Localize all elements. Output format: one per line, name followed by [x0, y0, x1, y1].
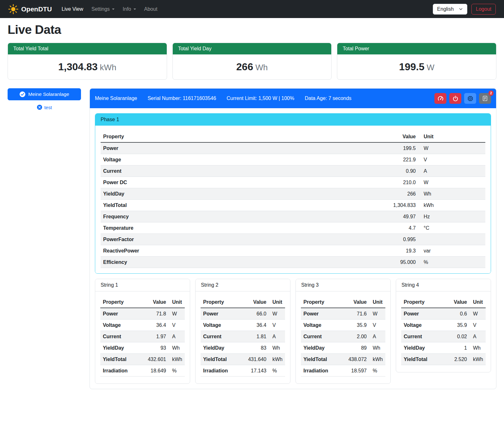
value-cell: 431.640 [239, 354, 269, 365]
unit-cell: kWh [169, 354, 185, 365]
property-cell: Efficiency [101, 257, 291, 268]
string-title: String 3 [296, 279, 390, 291]
inverter-sidebar: Meine Solaranlage test [8, 88, 81, 110]
nav-info[interactable]: Info [119, 4, 140, 15]
property-cell: Power [201, 308, 239, 320]
value-cell: 432.601 [139, 354, 169, 365]
serial-number: Serial Number: 116171603546 [147, 96, 216, 101]
string-body: Property Value Unit Power71.6WVoltage35.… [296, 291, 390, 383]
value-cell: 221.9 [291, 154, 418, 165]
logout-button[interactable]: Logout [471, 4, 496, 15]
value-cell: 1,304.833 [291, 200, 418, 211]
string-body: Property Value Unit Power0.6WVoltage35.9… [396, 291, 491, 372]
navbar-right: English Logout [433, 4, 496, 15]
string-table: Property Value Unit Power71.6WVoltage35.… [301, 296, 385, 377]
table-header-row: Property Value Unit [401, 296, 486, 308]
value-cell: 18.649 [139, 365, 169, 377]
unit-cell: Wh [169, 342, 185, 354]
value-cell: 35.9 [443, 320, 470, 331]
string-card-3: String 3 Property Value Unit [296, 279, 391, 384]
table-row: Current0.90A [101, 165, 485, 177]
phase-table: Property Value Unit Power199.5WVoltage22… [101, 131, 485, 268]
value-cell: 95.000 [291, 257, 418, 268]
table-header-row: Property Value Unit [201, 296, 285, 308]
property-cell: ReactivePower [101, 245, 291, 257]
strings-row: String 1 Property Value Unit [95, 279, 491, 384]
unit-cell: V [418, 154, 485, 165]
value-cell: 0.6 [443, 308, 470, 320]
col-value: Value [443, 296, 470, 308]
property-cell: Voltage [401, 320, 443, 331]
property-cell: Irradiation [201, 365, 239, 377]
property-cell: YieldDay [401, 342, 443, 354]
limit-settings-button[interactable] [434, 93, 446, 104]
string-title: String 1 [95, 279, 190, 291]
event-log-button[interactable]: 2 [479, 93, 491, 104]
unit-cell: kWh [418, 200, 485, 211]
table-row: YieldTotal432.601kWh [100, 354, 185, 365]
col-property: Property [301, 296, 339, 308]
phase-card: Phase 1 Property Value Unit Power199.5WV… [95, 113, 491, 274]
language-select[interactable]: English [433, 4, 467, 15]
property-cell: Frequency [101, 211, 291, 222]
inverter-select-button[interactable]: Meine Solaranlage [8, 88, 81, 100]
summary-card-total-power: Total Power 199.5W [337, 43, 496, 80]
chevron-down-icon [459, 7, 463, 11]
value-cell: 210.0 [291, 177, 418, 188]
inverter-select-label: Meine Solaranlage [28, 91, 69, 97]
data-age: Data Age: 7 seconds [305, 96, 352, 101]
unit-cell: V [369, 320, 385, 331]
col-unit: Unit [169, 296, 185, 308]
inverter-name: Meine Solaranlage [95, 96, 137, 101]
property-cell: YieldDay [101, 188, 291, 200]
summary-unit: kWh [100, 63, 116, 72]
unit-cell: W [470, 308, 486, 320]
table-row: Power71.6W [301, 308, 385, 320]
property-cell: YieldTotal [101, 200, 291, 211]
unit-cell: A [470, 331, 486, 342]
value-cell: 2.520 [443, 354, 470, 365]
unit-cell [418, 234, 485, 245]
brand-label: OpenDTU [21, 5, 52, 13]
property-cell: Irradiation [100, 365, 139, 377]
summary-card-body: 1,304.83kWh [8, 54, 167, 79]
value-cell: 1 [443, 342, 470, 354]
power-icon [452, 96, 458, 102]
property-cell: Power [401, 308, 443, 320]
value-cell: 71.6 [339, 308, 369, 320]
inverter-panel: Meine Solaranlage Serial Number: 1161716… [90, 88, 496, 389]
unit-cell: °C [418, 222, 485, 234]
nav-live-view[interactable]: Live View [58, 4, 87, 15]
value-cell: 89 [339, 342, 369, 354]
unit-cell: Wh [470, 342, 486, 354]
table-row: Irradiation17.143% [201, 365, 285, 377]
col-value: Value [291, 131, 418, 142]
table-row: YieldTotal431.640kWh [201, 354, 285, 365]
value-cell: 36.4 [139, 320, 169, 331]
inverter-info-button[interactable] [464, 93, 476, 104]
power-button[interactable] [449, 93, 461, 104]
brand[interactable]: OpenDTU [8, 4, 52, 14]
property-cell: YieldTotal [401, 354, 443, 365]
table-row: YieldTotal1,304.833kWh [101, 200, 485, 211]
value-cell: 35.9 [339, 320, 369, 331]
inverter-select-test[interactable]: test [8, 104, 81, 110]
value-cell: 36.4 [239, 320, 269, 331]
table-row: Voltage221.9V [101, 154, 485, 165]
unit-cell: V [169, 320, 185, 331]
col-value: Value [239, 296, 269, 308]
nav-settings[interactable]: Settings [87, 4, 119, 15]
unit-cell: A [269, 331, 285, 342]
unit-cell: A [418, 165, 485, 177]
table-row: Voltage35.9V [301, 320, 385, 331]
nav-about[interactable]: About [140, 4, 162, 15]
string-table: Property Value Unit Power66.0WVoltage36.… [201, 296, 285, 377]
table-row: PowerFactor0.995 [101, 234, 485, 245]
value-cell: 2.00 [339, 331, 369, 342]
property-cell: Voltage [201, 320, 239, 331]
summary-value: 1,304.83 [58, 61, 98, 72]
table-row: Power199.5W [101, 142, 485, 154]
sun-logo-icon [8, 4, 18, 14]
col-value: Value [339, 296, 369, 308]
property-cell: YieldTotal [100, 354, 139, 365]
